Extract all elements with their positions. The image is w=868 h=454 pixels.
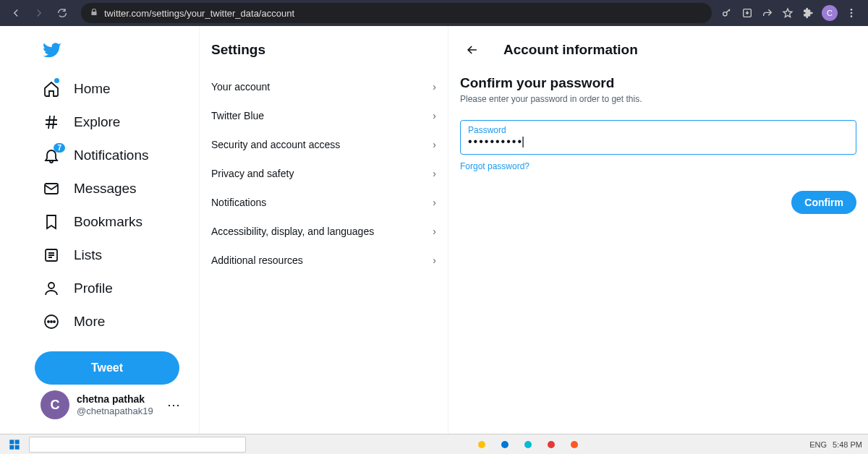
settings-item-notifications[interactable]: Notifications› (200, 188, 448, 217)
address-bar[interactable]: twitter.com/settings/your_twitter_data/a… (81, 3, 712, 23)
settings-item-resources[interactable]: Additional resources› (200, 246, 448, 275)
settings-item-privacy[interactable]: Privacy and safety› (200, 159, 448, 188)
reload-button[interactable] (52, 3, 72, 23)
account-handle: @chetnapathak19 (77, 406, 153, 417)
share-icon[interactable] (761, 7, 774, 20)
url-text: twitter.com/settings/your_twitter_data/a… (104, 8, 294, 19)
svg-rect-12 (9, 440, 14, 444)
svg-point-4 (851, 15, 853, 17)
twitter-logo[interactable] (35, 32, 186, 72)
svg-rect-13 (15, 440, 20, 444)
chevron-right-icon: › (433, 254, 436, 266)
lock-icon (90, 8, 98, 19)
taskbar-search[interactable] (29, 437, 246, 453)
nav-label: Profile (74, 280, 113, 296)
svg-rect-14 (9, 445, 14, 449)
taskbar-app-icon[interactable] (473, 436, 490, 453)
nav-profile[interactable]: Profile (35, 272, 186, 305)
settings-detail: Account information Confirm your passwor… (448, 26, 868, 434)
svg-point-3 (851, 12, 853, 14)
nav-home[interactable]: Home (35, 72, 186, 106)
chevron-right-icon: › (433, 81, 436, 93)
taskbar-app-icon[interactable] (496, 436, 514, 453)
account-name: chetna pathak (77, 393, 153, 406)
forward-button[interactable] (29, 3, 49, 23)
confirm-button[interactable]: Confirm (791, 191, 856, 214)
password-label: Password (468, 125, 848, 135)
avatar: C (41, 390, 69, 419)
nav-notifications[interactable]: 7 Notifications (35, 139, 186, 172)
taskbar-language[interactable]: ENG (809, 440, 827, 449)
browser-profile-avatar[interactable]: C (822, 5, 838, 21)
settings-list: Settings Your account› Twitter Blue› Sec… (199, 26, 448, 434)
nav-messages[interactable]: Messages (35, 172, 186, 205)
taskbar-app-icon[interactable] (519, 436, 537, 453)
svg-point-0 (723, 12, 727, 16)
taskbar-app-icon[interactable] (542, 436, 560, 453)
nav-lists[interactable]: Lists (35, 239, 186, 272)
key-icon[interactable] (720, 7, 733, 20)
chevron-right-icon: › (433, 226, 436, 237)
confirm-password-subtext: Please enter your password in order to g… (460, 94, 856, 104)
svg-point-7 (48, 283, 54, 288)
nav-label: Bookmarks (74, 214, 142, 230)
chevron-right-icon: › (433, 168, 436, 179)
svg-point-9 (48, 321, 49, 322)
back-arrow-button[interactable] (460, 38, 485, 62)
home-icon (42, 80, 61, 98)
install-icon[interactable] (741, 7, 754, 20)
tweet-button[interactable]: Tweet (35, 351, 179, 385)
extensions-icon[interactable] (801, 7, 814, 20)
star-icon[interactable] (781, 7, 794, 20)
settings-item-accessibility[interactable]: Accessibility, display, and languages› (200, 217, 448, 246)
settings-item-security[interactable]: Security and account access› (200, 130, 448, 159)
nav-label: More (74, 314, 105, 330)
bell-icon: 7 (42, 146, 61, 165)
settings-item-twitter-blue[interactable]: Twitter Blue› (200, 101, 448, 130)
more-icon: ⋯ (167, 397, 180, 413)
svg-point-11 (54, 321, 55, 322)
nav-label: Explore (74, 114, 120, 130)
chevron-right-icon: › (433, 110, 436, 121)
settings-item-your-account[interactable]: Your account› (200, 72, 448, 101)
bookmark-icon (42, 213, 61, 231)
confirm-password-heading: Confirm your password (460, 75, 856, 91)
list-icon (42, 246, 61, 265)
browser-menu-icon[interactable] (845, 7, 858, 20)
svg-point-2 (851, 9, 853, 11)
nav-bookmarks[interactable]: Bookmarks (35, 205, 186, 239)
windows-taskbar: ENG 5:48 PM (0, 434, 868, 454)
browser-toolbar: twitter.com/settings/your_twitter_data/a… (0, 0, 868, 26)
primary-nav: Home Explore 7 Notifications Messages Bo… (0, 26, 199, 434)
hash-icon (42, 113, 61, 132)
detail-title: Account information (503, 42, 638, 58)
nav-label: Home (74, 81, 111, 97)
nav-explore[interactable]: Explore (35, 106, 186, 139)
svg-rect-15 (15, 445, 20, 449)
nav-label: Messages (74, 181, 137, 197)
notification-badge: 7 (54, 143, 65, 153)
envelope-icon (42, 179, 61, 198)
nav-label: Notifications (74, 147, 149, 163)
chevron-right-icon: › (433, 197, 436, 208)
person-icon (42, 279, 61, 298)
chevron-right-icon: › (433, 139, 436, 150)
password-input[interactable]: •••••••••• (468, 135, 848, 148)
back-button[interactable] (6, 3, 26, 23)
svg-point-10 (51, 321, 52, 322)
settings-heading: Settings (200, 33, 448, 72)
start-button[interactable] (6, 436, 23, 453)
nav-more[interactable]: More (35, 305, 186, 338)
forgot-password-link[interactable]: Forgot password? (460, 161, 529, 171)
taskbar-time[interactable]: 5:48 PM (833, 440, 862, 449)
password-field[interactable]: Password •••••••••• (460, 120, 856, 155)
taskbar-app-icon[interactable] (566, 436, 583, 453)
account-switcher[interactable]: C chetna pathak @chetnapathak19 ⋯ (35, 385, 186, 425)
nav-label: Lists (74, 247, 102, 263)
more-circle-icon (42, 312, 61, 331)
